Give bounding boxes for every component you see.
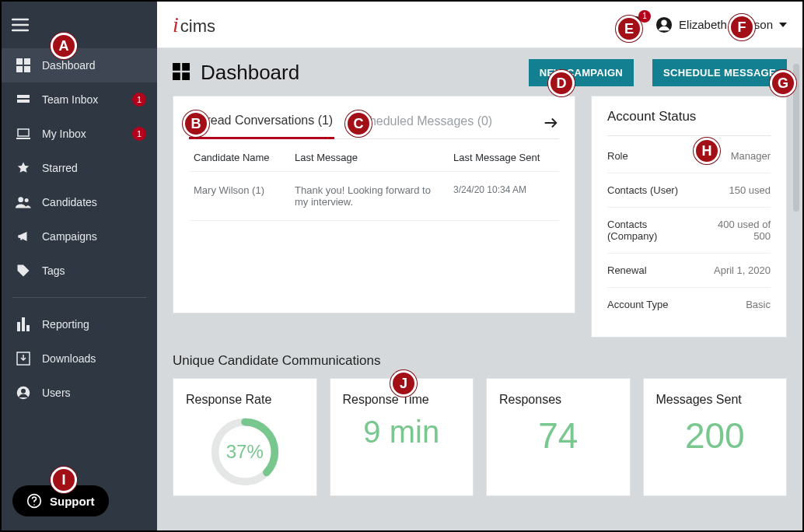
svg-rect-0: [16, 58, 23, 65]
svg-point-18: [661, 19, 666, 25]
sidebar-item-downloads[interactable]: Downloads: [2, 341, 157, 376]
notifications-count: 1: [638, 10, 651, 23]
user-menu[interactable]: Elizabeth Jackson: [655, 16, 787, 33]
schedule-message-button[interactable]: SCHEDULE MESSAGE: [652, 59, 787, 86]
sidebar-item-label: Reporting: [42, 318, 89, 331]
scrollbar[interactable]: [793, 64, 799, 212]
cell-candidate-name: Mary Wilson (1): [194, 184, 279, 208]
sidebar-item-candidates[interactable]: Candidates: [2, 185, 157, 219]
brand-logo: icims: [173, 12, 215, 37]
dashboard-icon: [16, 58, 31, 73]
support-label: Support: [50, 495, 95, 508]
svg-rect-10: [22, 317, 25, 331]
svg-point-16: [33, 504, 35, 506]
dashboard-icon: [173, 63, 190, 83]
new-campaign-button[interactable]: NEW CAMPAIGN: [529, 59, 634, 86]
account-row: Contacts (Company)400 used of 500: [607, 208, 771, 254]
sidebar-item-label: Team Inbox: [42, 93, 98, 106]
svg-rect-3: [24, 66, 30, 72]
account-row: RoleManager: [607, 139, 771, 173]
badge-count: 1: [132, 93, 146, 107]
cell-last-message: Thank you! Looking forward to my intervi…: [295, 184, 438, 208]
svg-rect-20: [182, 63, 190, 71]
sidebar-item-label: Candidates: [42, 196, 97, 208]
svg-rect-19: [173, 63, 180, 71]
menu-toggle-icon[interactable]: [2, 18, 39, 32]
tab-unread-conversations[interactable]: Unread Conversations (1): [189, 110, 334, 139]
svg-point-7: [18, 197, 23, 202]
sidebar-item-tags[interactable]: Tags: [2, 254, 157, 288]
col-last-message: Last Message: [295, 152, 438, 163]
metric-messages-sent: Messages Sent 200: [643, 378, 788, 496]
svg-rect-2: [16, 66, 23, 72]
sidebar: Dashboard Team Inbox 1 My Inbox 1 Starre…: [2, 2, 157, 530]
account-status-title: Account Status: [607, 109, 771, 136]
sidebar-item-label: Tags: [42, 264, 65, 277]
user-name: Elizabeth Jackson: [679, 18, 773, 31]
metric-responses: Responses 74: [486, 378, 631, 496]
sidebar-item-dashboard[interactable]: Dashboard: [2, 48, 157, 82]
svg-rect-6: [18, 129, 29, 136]
donut-chart: 37%: [208, 415, 282, 489]
bar-chart-icon: [16, 317, 31, 332]
metric-response-rate: Response Rate 37%: [173, 378, 317, 496]
avatar-icon: [655, 16, 673, 33]
col-candidate-name: Candidate Name: [194, 152, 279, 163]
sidebar-item-users[interactable]: Users: [2, 376, 157, 410]
svg-point-8: [25, 198, 29, 202]
support-button[interactable]: Support: [12, 485, 109, 516]
sidebar-item-reporting[interactable]: Reporting: [2, 307, 157, 341]
megaphone-icon: [16, 229, 31, 244]
conversation-row[interactable]: Mary Wilson (1) Thank you! Looking forwa…: [189, 172, 559, 221]
metric-value: 74: [538, 415, 578, 457]
inbox-stack-icon: [16, 92, 31, 107]
metric-response-time: Response Time 9 min: [330, 378, 474, 496]
metric-value: 200: [685, 415, 745, 457]
svg-rect-9: [17, 322, 20, 331]
account-status-card: Account Status RoleManager Contacts (Use…: [591, 96, 787, 338]
notifications-bell[interactable]: 1: [627, 15, 645, 35]
sidebar-item-label: Dashboard: [42, 59, 96, 72]
badge-count: 1: [132, 127, 146, 141]
star-icon: [16, 160, 31, 176]
svg-rect-5: [17, 100, 30, 103]
sidebar-item-label: Campaigns: [42, 230, 97, 243]
svg-rect-22: [182, 72, 190, 80]
sidebar-item-campaigns[interactable]: Campaigns: [2, 219, 157, 254]
metric-value: 37%: [208, 415, 282, 489]
download-icon: [16, 351, 31, 366]
svg-rect-21: [173, 72, 180, 80]
sidebar-item-label: Downloads: [42, 352, 96, 365]
col-last-message-sent: Last Message Sent: [453, 152, 554, 163]
sidebar-item-my-inbox[interactable]: My Inbox 1: [2, 117, 157, 151]
laptop-icon: [16, 126, 31, 142]
caret-down-icon: [779, 23, 787, 27]
metrics-section-title: Unique Candidate Communications: [173, 353, 787, 369]
sidebar-item-label: My Inbox: [42, 128, 86, 140]
header: icims 1 Elizabeth Jackson: [157, 2, 802, 48]
account-row: Account TypeBasic: [607, 288, 771, 321]
account-row: Contacts (User)150 used: [607, 173, 771, 208]
svg-point-14: [21, 389, 26, 394]
account-row: RenewalApril 1, 2020: [607, 254, 771, 288]
conversations-card: Unread Conversations (1) Scheduled Messa…: [173, 96, 575, 313]
sidebar-item-label: Starred: [42, 162, 78, 174]
tab-scheduled-messages[interactable]: Scheduled Messages (0): [353, 111, 494, 138]
svg-rect-11: [26, 325, 30, 331]
sidebar-item-team-inbox[interactable]: Team Inbox 1: [2, 82, 157, 117]
tag-icon: [16, 263, 31, 278]
sidebar-item-starred[interactable]: Starred: [2, 151, 157, 185]
cell-last-sent: 3/24/20 10:34 AM: [453, 184, 554, 208]
arrow-right-icon[interactable]: [542, 114, 559, 135]
page-title: Dashboard: [201, 61, 299, 85]
sidebar-item-label: Users: [42, 387, 71, 399]
svg-rect-1: [24, 58, 30, 65]
user-circle-icon: [16, 385, 31, 401]
sidebar-divider: [12, 297, 146, 298]
svg-rect-4: [17, 95, 30, 98]
people-icon: [16, 194, 31, 210]
metric-value: 9 min: [363, 415, 439, 450]
